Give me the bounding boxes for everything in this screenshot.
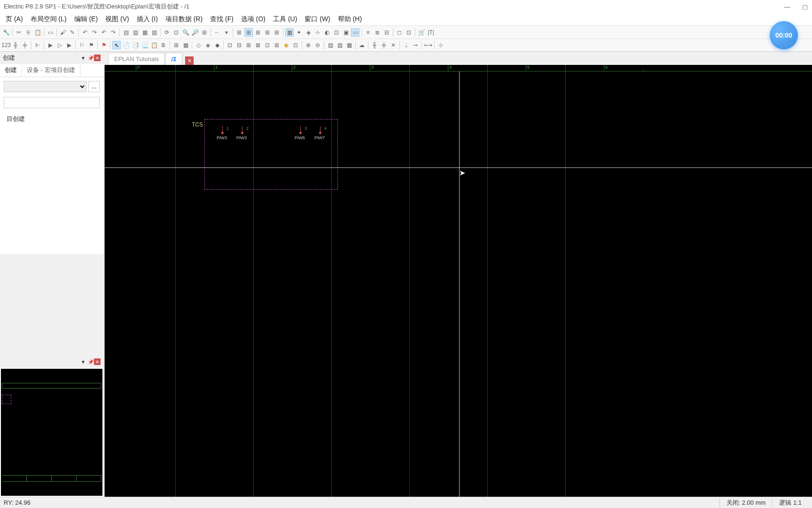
cart-icon[interactable]: 🛒	[417, 28, 426, 37]
tab-device[interactable]: 设备 - 宏项目创建	[22, 64, 80, 77]
menu-view[interactable]: 视图 (V)	[102, 14, 133, 24]
zoom-out-icon[interactable]: 🔎	[191, 28, 199, 37]
flag3-icon[interactable]: ⚑	[100, 41, 108, 49]
conn-break-icon[interactable]: ⊹	[437, 41, 445, 49]
conn2-icon[interactable]: ╪	[21, 41, 29, 49]
layer1-icon[interactable]: ≡	[364, 28, 372, 37]
plc7-icon[interactable]: ◉	[282, 41, 290, 49]
undo-icon[interactable]: ↶	[81, 28, 89, 37]
grid1-icon[interactable]: ⊞	[235, 28, 243, 37]
hatch2-icon[interactable]: ▧	[336, 41, 344, 49]
nav1-icon[interactable]: ▶	[46, 41, 55, 49]
flag2-icon[interactable]: ⚑	[87, 41, 95, 49]
minimize-button[interactable]: —	[784, 3, 790, 10]
doc-tab-page1[interactable]: /1	[165, 53, 182, 65]
schematic-canvas[interactable]: 0 1 2 3 4 5 6 TCS 1 PIW3	[104, 65, 812, 497]
sym2-icon[interactable]: ◈	[203, 41, 212, 49]
cloud-icon[interactable]: ☁	[358, 41, 366, 49]
brush-icon[interactable]: 🖌	[59, 28, 67, 37]
plc5-icon[interactable]: ⊡	[263, 41, 272, 49]
window3-icon[interactable]: ▦	[141, 28, 149, 37]
nav-dropdown-icon[interactable]: ▾	[222, 28, 231, 37]
window1-icon[interactable]: ▤	[122, 28, 130, 37]
nav-back-icon[interactable]: ←	[213, 28, 221, 37]
grid2-icon[interactable]: ⊞	[244, 28, 253, 37]
cursor-icon[interactable]: ⬉	[112, 41, 121, 49]
preview-pin-icon[interactable]: 📌	[87, 358, 94, 365]
pin-4[interactable]: 4 PIW7	[317, 126, 323, 134]
snap-mid-icon[interactable]: ◐	[323, 28, 331, 37]
menu-page[interactable]: 页 (A)	[2, 14, 27, 24]
page-dup-icon[interactable]: 📑	[131, 41, 140, 49]
comp2-icon[interactable]: ⊸	[411, 41, 420, 49]
menu-help[interactable]: 帮助 (H)	[334, 14, 366, 24]
cut-icon[interactable]: ✂	[15, 28, 23, 37]
menu-tools[interactable]: 工具 (U)	[269, 14, 301, 24]
snap-point-icon[interactable]: ✦	[295, 28, 303, 37]
menu-projectdata[interactable]: 项目数据 (R)	[162, 14, 206, 24]
panel-close-icon[interactable]: ✕	[94, 55, 101, 61]
table2-icon[interactable]: ▦	[181, 41, 190, 49]
page-prop-icon[interactable]: 📋	[150, 41, 158, 49]
timer-badge[interactable]: 00:00	[770, 21, 798, 49]
component-label[interactable]: TCS	[192, 121, 203, 128]
dim1-icon[interactable]: ⟼	[424, 41, 432, 49]
format-icon[interactable]: ✎	[68, 28, 77, 37]
redo-icon[interactable]: ↷	[90, 28, 99, 37]
hatch1-icon[interactable]: ▨	[326, 41, 335, 49]
snap-int-icon[interactable]: ▣	[342, 28, 350, 37]
wire-x-icon[interactable]: ✕	[389, 41, 398, 49]
menu-insert[interactable]: 插入 (I)	[133, 14, 162, 24]
tab-create[interactable]: 创建	[0, 64, 22, 77]
wire-v-icon[interactable]: ╫	[370, 41, 379, 49]
flag1-icon[interactable]: ⚐	[78, 41, 86, 49]
box2-icon[interactable]: ⊡	[405, 28, 413, 37]
preview-close-icon[interactable]: ✕	[94, 358, 101, 365]
nav2-icon[interactable]: ▷	[55, 41, 64, 49]
preview-dropdown-icon[interactable]: ▼	[80, 358, 86, 365]
window4-icon[interactable]: ▧	[150, 28, 158, 37]
plc1-icon[interactable]: ⊡	[226, 41, 234, 49]
zoom-in-icon[interactable]: 🔍	[181, 28, 190, 37]
paste-icon[interactable]: 📋	[33, 28, 42, 37]
menu-window[interactable]: 窗口 (W)	[301, 14, 334, 24]
redo-list-icon[interactable]: ↷	[109, 28, 117, 37]
conn1-icon[interactable]: ╫	[11, 41, 20, 49]
layer3-icon[interactable]: ⊟	[383, 28, 391, 37]
sym3-icon[interactable]: ◆	[213, 41, 221, 49]
grid4-icon[interactable]: ⊞	[263, 28, 272, 37]
doc-tab-tutorials[interactable]: EPLAN Tutorials	[108, 53, 165, 65]
zoom-fit-icon[interactable]: ⊡	[172, 28, 180, 37]
page-new-icon[interactable]: 📄	[122, 41, 130, 49]
snap-node-icon[interactable]: ⊹	[313, 28, 322, 37]
term1-icon[interactable]: ⊕	[304, 41, 312, 49]
menu-edit[interactable]: 编辑 (E)	[70, 14, 102, 24]
snap-end-icon[interactable]: ⊡	[332, 28, 341, 37]
hatch3-icon[interactable]: ▦	[345, 41, 353, 49]
tool-icon[interactable]: 🔧	[2, 28, 10, 37]
menu-find[interactable]: 查找 (F)	[206, 14, 237, 24]
pin-3[interactable]: 3 PIW5	[297, 126, 303, 134]
copy-icon[interactable]: ⎘	[24, 28, 32, 37]
plc8-icon[interactable]: ⊡	[291, 41, 300, 49]
grid5-icon[interactable]: ⊞	[273, 28, 281, 37]
maximize-button[interactable]: ▢	[802, 3, 808, 10]
wire-h-icon[interactable]: ╪	[380, 41, 388, 49]
tree-root-item[interactable]: 目创建	[4, 113, 100, 125]
panel-dropdown-icon[interactable]: ▼	[80, 55, 86, 61]
menu-layout[interactable]: 布局空间 (L)	[27, 14, 70, 24]
plc3-icon[interactable]: ⊞	[244, 41, 253, 49]
doc-tab-close-icon[interactable]: ✕	[185, 56, 194, 65]
search-input[interactable]	[4, 97, 100, 108]
layer2-icon[interactable]: ≣	[373, 28, 382, 37]
pin-2[interactable]: 2 PIW3	[239, 126, 245, 134]
snap-obj-icon[interactable]: ◈	[304, 28, 312, 37]
snap-on-icon[interactable]: ▭	[351, 28, 359, 37]
page-del-icon[interactable]: 📃	[141, 41, 149, 49]
pin-1[interactable]: 1 PIW3	[219, 126, 225, 134]
num-icon[interactable]: 123	[2, 41, 10, 49]
align1-icon[interactable]: ⊩	[33, 41, 42, 49]
snap-grid-icon[interactable]: ▦	[285, 28, 294, 37]
window2-icon[interactable]: ▥	[131, 28, 140, 37]
sym1-icon[interactable]: ◇	[194, 41, 203, 49]
